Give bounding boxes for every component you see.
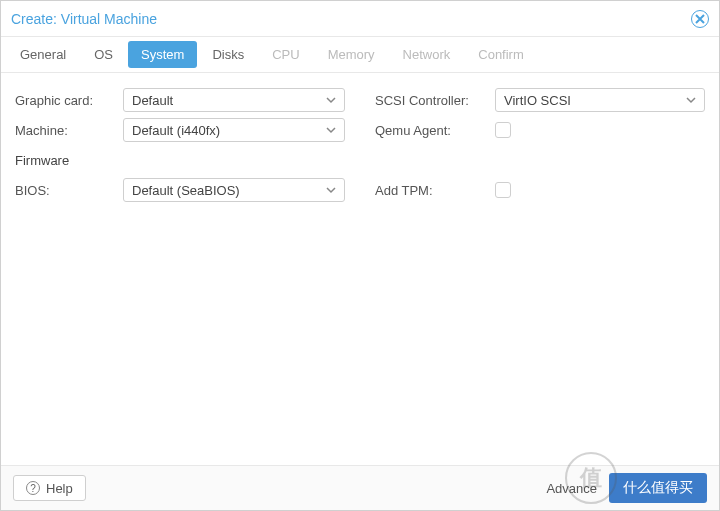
help-label: Help (46, 481, 73, 496)
help-icon: ? (26, 481, 40, 495)
advanced-label: Advance (546, 481, 597, 496)
close-button[interactable] (691, 10, 709, 28)
machine-value: Default (i440fx) (132, 123, 220, 138)
machine-label: Machine: (15, 123, 123, 138)
footer-right: Advance 什么值得买 (546, 473, 707, 503)
footer: ? Help Advance 什么值得买 (1, 466, 719, 510)
qemu-agent-checkbox[interactable] (495, 122, 511, 138)
graphic-card-label: Graphic card: (15, 93, 123, 108)
row-scsi: SCSI Controller: VirtIO SCSI (375, 85, 705, 115)
machine-select[interactable]: Default (i440fx) (123, 118, 345, 142)
firmware-section: Firmware (15, 145, 345, 175)
chevron-down-icon (326, 123, 336, 138)
right-column: SCSI Controller: VirtIO SCSI Qemu Agent:… (375, 85, 705, 453)
titlebar: Create: Virtual Machine (1, 1, 719, 37)
wizard-tabs: General OS System Disks CPU Memory Netwo… (1, 37, 719, 73)
close-icon (695, 14, 705, 24)
qemu-agent-label: Qemu Agent: (375, 123, 495, 138)
graphic-card-value: Default (132, 93, 173, 108)
spacer (375, 145, 705, 175)
create-vm-window: Create: Virtual Machine General OS Syste… (0, 0, 720, 511)
row-machine: Machine: Default (i440fx) (15, 115, 345, 145)
left-column: Graphic card: Default Machine: Default (… (15, 85, 345, 453)
tab-cpu: CPU (259, 41, 312, 68)
bios-label: BIOS: (15, 183, 123, 198)
row-qemu-agent: Qemu Agent: (375, 115, 705, 145)
add-tpm-label: Add TPM: (375, 183, 495, 198)
tab-confirm: Confirm (465, 41, 537, 68)
add-tpm-checkbox[interactable] (495, 182, 511, 198)
scsi-value: VirtIO SCSI (504, 93, 571, 108)
tab-memory: Memory (315, 41, 388, 68)
chevron-down-icon (326, 183, 336, 198)
tab-disks[interactable]: Disks (199, 41, 257, 68)
tab-system[interactable]: System (128, 41, 197, 68)
graphic-card-select[interactable]: Default (123, 88, 345, 112)
chevron-down-icon (686, 93, 696, 108)
tab-network: Network (390, 41, 464, 68)
scsi-select[interactable]: VirtIO SCSI (495, 88, 705, 112)
scsi-label: SCSI Controller: (375, 93, 495, 108)
row-bios: BIOS: Default (SeaBIOS) (15, 175, 345, 205)
row-graphic-card: Graphic card: Default (15, 85, 345, 115)
tab-general[interactable]: General (7, 41, 79, 68)
primary-action-button[interactable]: 什么值得买 (609, 473, 707, 503)
bios-select[interactable]: Default (SeaBIOS) (123, 178, 345, 202)
form-body: Graphic card: Default Machine: Default (… (1, 73, 719, 466)
row-add-tpm: Add TPM: (375, 175, 705, 205)
help-button[interactable]: ? Help (13, 475, 86, 501)
primary-action-label: 什么值得买 (623, 479, 693, 497)
window-title: Create: Virtual Machine (11, 11, 157, 27)
chevron-down-icon (326, 93, 336, 108)
tab-os[interactable]: OS (81, 41, 126, 68)
bios-value: Default (SeaBIOS) (132, 183, 240, 198)
